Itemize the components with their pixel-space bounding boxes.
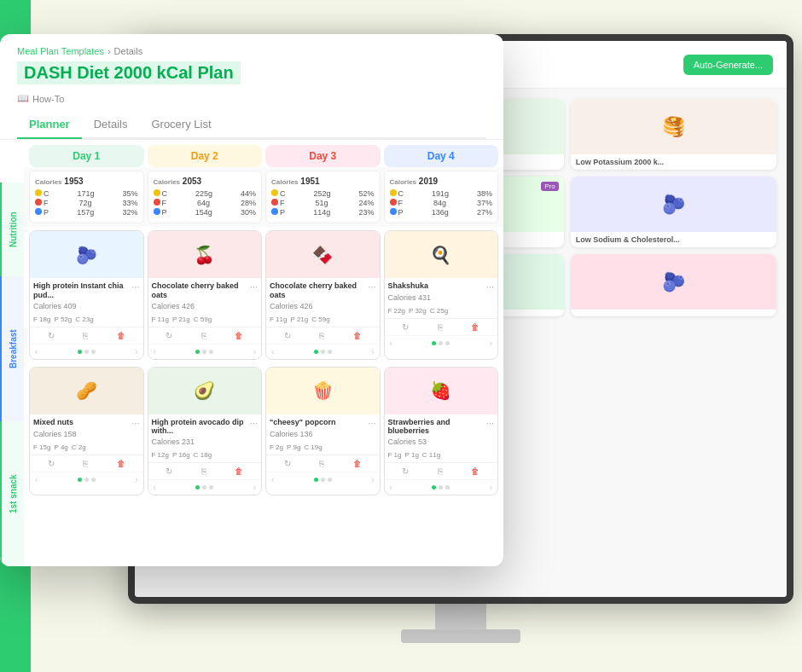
refresh-icon[interactable]: ↻ — [166, 466, 172, 476]
nav-right[interactable]: › — [371, 347, 374, 356]
breakfast-day-3-cal: Calories 426 — [266, 300, 380, 314]
delete-icon[interactable]: 🗑 — [235, 466, 243, 476]
refresh-icon[interactable]: ↻ — [166, 331, 172, 340]
breadcrumb: Meal Plan Templates › Details — [17, 46, 486, 56]
nav-left[interactable]: ‹ — [154, 347, 156, 356]
breakfast-day-1-cal: Calories 409 — [30, 300, 143, 314]
refresh-icon[interactable]: ↻ — [48, 331, 55, 340]
nav-left[interactable]: ‹ — [271, 347, 274, 356]
copy-icon[interactable]: ⎘ — [319, 331, 324, 340]
delete-icon[interactable]: 🗑 — [353, 331, 362, 340]
copy-icon[interactable]: ⎘ — [438, 466, 443, 476]
breakfast-row-label: Breakfast — [0, 276, 24, 421]
nav-left[interactable]: ‹ — [154, 483, 156, 492]
nav-right[interactable]: › — [253, 347, 256, 356]
copy-icon[interactable]: ⎘ — [83, 459, 88, 468]
snack-day-4-actions: ↻ ⎘ 🗑 — [385, 462, 498, 479]
breakfast-day-2-name: Chocolate cherry baked oats — [152, 281, 250, 300]
bg-card-9[interactable]: 🫐 — [571, 254, 776, 316]
planner-content: Day 1 Day 2 Day 3 Day 4 Calories 1953 C … — [24, 140, 503, 566]
refresh-icon[interactable]: ↻ — [402, 322, 409, 332]
breakfast-day-4-card[interactable]: 🍳 Shakshuka ··· Calories 431 F 22g P 32g… — [384, 230, 499, 360]
breakfast-day-3-actions: ↻ ⎘ 🗑 — [266, 327, 380, 344]
copy-icon[interactable]: ⎘ — [201, 331, 206, 340]
snack-day-4-card[interactable]: 🍓 Strawberries and blueberries ··· Calor… — [384, 367, 499, 496]
snack-day-4-img: 🍓 — [385, 368, 498, 414]
breakfast-day-3-name: Chocolate cherry baked oats — [270, 281, 368, 300]
delete-icon[interactable]: 🗑 — [117, 331, 125, 340]
breakfast-day-2-nav: ‹ › — [148, 344, 262, 359]
copy-icon[interactable]: ⎘ — [83, 331, 88, 340]
card-3-label: Low Potassium 2000 k... — [571, 154, 776, 170]
breakfast-day-1-name: High protein Instant chia pud... — [33, 281, 131, 300]
nav-right[interactable]: › — [135, 475, 137, 484]
breadcrumb-parent[interactable]: Meal Plan Templates — [17, 46, 104, 56]
popup-modal: Meal Plan Templates › Details DASH Diet … — [0, 34, 503, 566]
breakfast-day-3-card[interactable]: 🍫 Chocolate cherry baked oats ··· Calori… — [265, 230, 381, 360]
nav-right[interactable]: › — [135, 347, 137, 356]
snack-day-3-menu[interactable]: ··· — [368, 418, 375, 428]
refresh-icon[interactable]: ↻ — [284, 459, 291, 468]
breakfast-day-4-name: Shakshuka — [388, 281, 486, 291]
breakfast-day-2-card[interactable]: 🍒 Chocolate cherry baked oats ··· Calori… — [148, 230, 263, 360]
how-to-link[interactable]: 📖 How-To — [17, 93, 486, 104]
snack-day-1-name: Mixed nuts — [33, 418, 131, 427]
nav-left[interactable]: ‹ — [271, 475, 274, 484]
breakfast-day-3-img: 🍫 — [266, 231, 380, 278]
snack-day-1-cal: Calories 158 — [30, 428, 143, 442]
delete-icon[interactable]: 🗑 — [235, 331, 243, 340]
nav-left[interactable]: ‹ — [390, 483, 392, 492]
tab-planner[interactable]: Planner — [17, 111, 82, 139]
breakfast-day-1-card[interactable]: 🫐 High protein Instant chia pud... ··· C… — [29, 230, 144, 360]
nav-left[interactable]: ‹ — [35, 475, 38, 484]
snack-day-4-cal: Calories 53 — [385, 436, 498, 449]
snack-day-1-menu[interactable]: ··· — [131, 418, 139, 428]
snack-day-4-menu[interactable]: ··· — [486, 418, 494, 428]
snack-day-2-card[interactable]: 🥑 High protein avocado dip with... ··· C… — [148, 367, 263, 496]
snack-day-3-img: 🍿 — [266, 368, 380, 414]
refresh-icon[interactable]: ↻ — [48, 459, 55, 468]
bg-card-6[interactable]: 🫐 Low Sodium & Cholesterol... — [571, 177, 776, 247]
delete-icon[interactable]: 🗑 — [471, 322, 479, 332]
refresh-icon[interactable]: ↻ — [284, 331, 291, 340]
nav-dots — [78, 350, 96, 354]
snack-day-4-name: Strawberries and blueberries — [388, 418, 486, 437]
copy-icon[interactable]: ⎘ — [438, 322, 443, 332]
nav-right[interactable]: › — [253, 483, 256, 492]
nav-right[interactable]: › — [371, 475, 374, 484]
breakfast-day-3-menu[interactable]: ··· — [368, 281, 375, 292]
breakfast-day-4-menu[interactable]: ··· — [486, 281, 494, 292]
breadcrumb-current: Details — [114, 46, 143, 56]
nutrition-grid: Calories 1953 C 171g 35% F 72g 33% P 1 — [24, 167, 503, 227]
snack-day-1-actions: ↻ ⎘ 🗑 — [30, 455, 143, 472]
refresh-icon[interactable]: ↻ — [402, 466, 409, 476]
snack-day-1-nav: ‹ › — [30, 472, 143, 487]
copy-icon[interactable]: ⎘ — [201, 466, 206, 476]
delete-icon[interactable]: 🗑 — [353, 459, 362, 468]
snack-day-3-actions: ↻ ⎘ 🗑 — [266, 455, 380, 472]
nav-right[interactable]: › — [490, 483, 492, 492]
breakfast-day-4-macros: F 22g P 32g C 25g — [385, 305, 498, 318]
snack-day-3-card[interactable]: 🍿 "cheesy" popcorn ··· Calories 136 F 2g… — [265, 367, 381, 496]
nutrition-row-label: Nutrition — [0, 182, 24, 276]
day-2-header: Day 2 — [148, 145, 263, 167]
delete-icon[interactable]: 🗑 — [471, 466, 479, 476]
delete-icon[interactable]: 🗑 — [117, 459, 125, 468]
bg-card-3[interactable]: 🥞 Low Potassium 2000 k... — [571, 99, 776, 170]
snack-day-2-menu[interactable]: ··· — [250, 418, 258, 428]
snack-day-1-card[interactable]: 🥜 Mixed nuts ··· Calories 158 F 15g P 4g… — [29, 367, 144, 496]
copy-icon[interactable]: ⎘ — [319, 459, 324, 468]
snack-day-2-macros: F 12g P 16g C 18g — [148, 449, 262, 462]
tab-grocery-list[interactable]: Grocery List — [139, 111, 223, 139]
breakfast-day-2-menu[interactable]: ··· — [250, 281, 258, 292]
card-6-image: 🫐 — [571, 177, 776, 232]
nav-left[interactable]: ‹ — [390, 339, 392, 348]
nav-left[interactable]: ‹ — [35, 347, 38, 356]
breakfast-day-1-menu[interactable]: ··· — [131, 281, 139, 292]
auto-generate-button[interactable]: Auto-Generate... — [683, 55, 773, 75]
nav-right[interactable]: › — [490, 339, 492, 348]
card-6-label: Low Sodium & Cholesterol... — [571, 232, 776, 247]
tab-details[interactable]: Details — [82, 111, 140, 139]
snack-day-2-cal: Calories 231 — [148, 436, 262, 449]
nav-dots — [314, 478, 332, 482]
